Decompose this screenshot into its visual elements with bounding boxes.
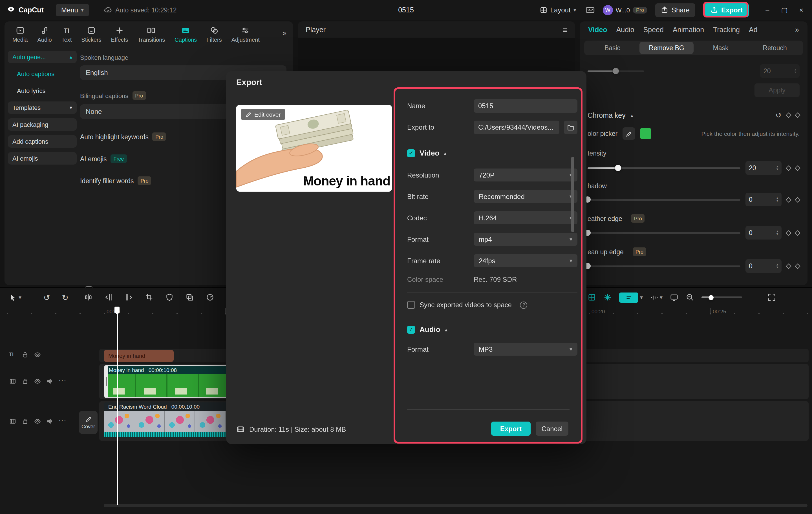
cleanup-value-box[interactable]: 0 ▴▾ (746, 259, 782, 273)
close-button[interactable]: × (793, 6, 810, 14)
keyframe-add-icon[interactable] (795, 113, 801, 118)
stepper-icons[interactable]: ▴▾ (794, 68, 796, 74)
account-chip[interactable]: W W...0 Pro (603, 5, 647, 15)
lock-icon[interactable] (22, 377, 29, 385)
eye-icon[interactable] (34, 377, 41, 385)
apply-button[interactable]: Apply (754, 83, 800, 97)
codec-select[interactable]: H.264 ▾ (474, 211, 577, 224)
zoom-out-icon[interactable] (686, 293, 694, 302)
tab-adjustment[interactable]: Adjustment (231, 26, 260, 43)
speed-button[interactable] (206, 293, 214, 302)
speaker-icon[interactable] (46, 418, 54, 425)
maximize-button[interactable]: ▢ (776, 6, 793, 14)
format-select[interactable]: mp4 ▾ (474, 233, 577, 246)
tab-speed[interactable]: Speed (643, 26, 664, 34)
tab-filters[interactable]: Filters (206, 26, 222, 43)
caption-track-button[interactable]: ▾ (619, 292, 643, 302)
resolution-select[interactable]: 720P ▾ (474, 169, 577, 181)
overlay-button[interactable] (185, 293, 194, 302)
timeline-scrollbar[interactable] (104, 504, 808, 507)
timeline-zoom-slider[interactable] (701, 297, 742, 298)
lock-icon[interactable] (22, 418, 29, 425)
bitrate-select[interactable]: Recommended ▾ (474, 190, 577, 203)
export-cover-preview[interactable]: Money in hand Edit cover (236, 105, 392, 192)
export-button[interactable]: Export (704, 3, 749, 17)
sidebar-item-auto-lyrics[interactable]: Auto lyrics (8, 85, 77, 97)
undo-button[interactable]: ↺ (44, 293, 50, 302)
chroma-color-swatch[interactable] (640, 128, 651, 139)
keyframe-add-icon[interactable] (795, 230, 801, 236)
sidebar-item-templates[interactable]: Templates ▾ (8, 101, 77, 114)
eye-icon[interactable] (34, 418, 41, 425)
sync-row[interactable]: Sync exported videos to space ? (407, 301, 577, 309)
tab-video[interactable]: Video (588, 26, 607, 34)
chevron-up-icon[interactable]: ▴ (444, 150, 446, 156)
keyframe-add-icon[interactable] (795, 197, 801, 202)
name-input[interactable] (474, 99, 577, 113)
playhead-handle[interactable] (114, 307, 120, 313)
player-menu-icon[interactable]: ≡ (563, 25, 567, 34)
more-icon[interactable]: ··· (59, 417, 66, 423)
stepper-icons[interactable]: ▴▾ (777, 165, 778, 171)
tab-stickers[interactable]: Stickers (81, 26, 101, 43)
crop-button[interactable] (145, 293, 153, 302)
dialog-cancel-button[interactable]: Cancel (536, 422, 569, 436)
subtab-remove-bg[interactable]: Remove BG (639, 42, 694, 54)
lock-icon[interactable] (22, 351, 29, 358)
audio-waveform-button[interactable]: ▾ (650, 293, 663, 301)
mask-button[interactable] (165, 293, 173, 302)
sidebar-item-add-captions[interactable]: Add captions (8, 135, 77, 148)
feather-slider[interactable] (587, 232, 741, 234)
sync-checkbox[interactable] (407, 301, 415, 309)
dialog-export-button[interactable]: Export (491, 422, 531, 436)
split-button[interactable] (84, 293, 92, 302)
cleanup-slider[interactable] (587, 265, 741, 267)
shadow-value-box[interactable]: 0 ▴▾ (746, 193, 782, 206)
trim-right-button[interactable] (124, 293, 133, 302)
layout-button[interactable]: Layout ▾ (540, 6, 576, 14)
stepper-icons[interactable]: ▴▾ (777, 230, 778, 236)
subtab-basic[interactable]: Basic (585, 42, 639, 54)
tab-animation[interactable]: Animation (673, 26, 704, 34)
smart-tools-icon[interactable] (587, 293, 596, 302)
browse-folder-button[interactable] (564, 121, 577, 134)
feather-value-box[interactable]: 0 ▴▾ (746, 226, 782, 240)
chroma-key-header[interactable]: Chroma key ▴ ↺ (580, 111, 808, 119)
framerate-select[interactable]: 24fps ▾ (474, 254, 577, 267)
text-clip[interactable]: Money in hand (104, 350, 174, 362)
chevron-up-icon[interactable]: ▴ (445, 327, 447, 332)
speaker-icon[interactable] (46, 377, 54, 385)
tabs-expand-icon[interactable]: » (795, 26, 799, 34)
sidebar-item-auto-generate[interactable]: Auto gene... ▴ (8, 51, 77, 63)
minimize-button[interactable]: – (759, 6, 776, 14)
export-path-input[interactable] (474, 121, 559, 134)
tab-effects[interactable]: Effects (111, 26, 128, 43)
video-checkbox[interactable]: ✓ (407, 149, 415, 157)
edit-cover-button[interactable]: Edit cover (241, 109, 285, 120)
info-icon[interactable]: ? (520, 301, 527, 309)
redo-button[interactable]: ↻ (62, 293, 68, 302)
dialog-scrollbar[interactable] (571, 157, 574, 232)
shortcuts-icon[interactable] (585, 5, 595, 14)
playhead[interactable] (117, 307, 118, 505)
subtab-retouch[interactable]: Retouch (748, 42, 802, 54)
fit-timeline-icon[interactable] (767, 293, 776, 302)
intensity-value-box[interactable]: 20 ▴▾ (746, 161, 782, 175)
ribbon-expand-icon[interactable]: » (283, 29, 286, 43)
trim-left-button[interactable] (104, 293, 113, 302)
tab-text[interactable]: TI Text (61, 26, 72, 43)
eye-icon[interactable] (34, 351, 41, 358)
intensity-slider[interactable] (587, 167, 741, 169)
size-slider[interactable] (587, 70, 644, 72)
tab-transitions[interactable]: Transitions (138, 26, 165, 43)
keyframe-prev-icon[interactable] (786, 230, 791, 236)
sidebar-item-ai-emojis[interactable]: AI emojis (8, 152, 77, 164)
preview-quality-icon[interactable] (670, 293, 678, 302)
keyframe-prev-icon[interactable] (786, 165, 791, 171)
eyedropper-button[interactable] (622, 127, 635, 140)
keyframe-prev-icon[interactable] (786, 197, 791, 202)
tab-audio-insp[interactable]: Audio (616, 26, 634, 34)
tab-audio[interactable]: Audio (37, 26, 52, 43)
stepper-icons[interactable]: ▴▾ (777, 263, 778, 269)
shadow-slider[interactable] (587, 199, 741, 200)
